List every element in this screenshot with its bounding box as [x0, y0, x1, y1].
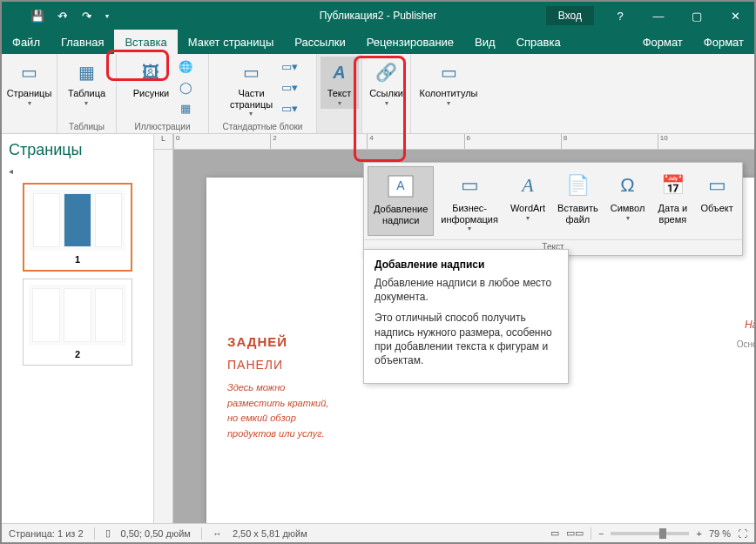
online-pictures-icon[interactable]: 🌐 — [176, 57, 195, 76]
zoom-out-icon[interactable]: − — [598, 528, 604, 539]
pages-button[interactable]: ▭ Страницы ▾ — [3, 57, 56, 109]
headers-label: Колонтитулы — [420, 88, 478, 99]
datetime-button[interactable]: 📅 Дата и время — [651, 166, 693, 236]
view-single-icon[interactable]: ▭ — [550, 527, 559, 539]
text-button[interactable]: A Текст ▾ — [321, 57, 359, 109]
borders-icon[interactable]: ▭▾ — [280, 77, 299, 97]
blocks-group-label: Стандартные блоки — [223, 122, 303, 133]
tab-format2[interactable]: Формат — [693, 30, 754, 54]
text-label: Текст — [327, 88, 352, 99]
object-icon: ▭ — [701, 170, 732, 201]
doc-contact: Телефон: 555-555-5555 Факс: 555-555-5555… — [649, 399, 754, 451]
status-pos-icon: ▯ — [105, 527, 111, 539]
illustrations-group-label: Иллюстрации — [135, 122, 191, 133]
status-size-icon: ↔ — [213, 528, 222, 539]
tab-view[interactable]: Вид — [464, 30, 506, 54]
zoom-slider[interactable] — [611, 532, 689, 535]
fullscreen-icon[interactable]: ⛶ — [738, 528, 747, 539]
page-icon: ▭ — [16, 58, 44, 86]
help-icon[interactable]: ? — [601, 3, 639, 29]
add-textbox-label: Добавление надписи — [374, 204, 428, 225]
doc-address: Основной адрес организации Адрес, строка… — [649, 338, 754, 390]
bizinfo-icon: ▭ — [454, 170, 485, 201]
pages-pane: Страницы ◂ 1 2 — [2, 134, 154, 523]
zoom-value[interactable]: 79 % — [709, 528, 731, 539]
shapes-icon[interactable]: ◯ — [176, 77, 195, 97]
qat-customize-icon[interactable]: ▾ — [96, 4, 118, 27]
tab-insert[interactable]: Вставка — [114, 30, 177, 54]
ads-icon[interactable]: ▭▾ — [280, 98, 299, 118]
tab-layout[interactable]: Макет страницы — [178, 30, 285, 54]
tab-help[interactable]: Справка — [506, 30, 571, 54]
pages-label: Страницы — [7, 88, 52, 99]
datetime-icon: 📅 — [657, 170, 688, 201]
status-pos: 0,50; 0,50 дюйм — [121, 528, 191, 539]
thumb-1-label: 1 — [30, 254, 125, 265]
insert-file-button[interactable]: 📄 Вставить файл — [552, 166, 604, 236]
insertfile-label: Вставить файл — [557, 203, 598, 225]
tab-review[interactable]: Рецензирование — [356, 30, 464, 54]
ruler-corner: L — [154, 134, 173, 150]
tab-file[interactable]: Файл — [2, 30, 51, 54]
doc-org: Название организации — [649, 317, 754, 332]
parts-label: Части страницы — [230, 88, 273, 110]
links-label: Ссылки — [369, 88, 403, 99]
redo-icon[interactable]: ↷▾ — [75, 4, 98, 27]
tab-mailings[interactable]: Рассылки — [284, 30, 355, 54]
tables-group-label: Таблицы — [69, 122, 105, 133]
tooltip: Добавление надписи Добавление надписи в … — [363, 249, 569, 384]
pictures-button[interactable]: 🖼 Рисунки — [130, 57, 173, 101]
symbol-icon: Ω — [612, 170, 644, 201]
doc-body: Здесь можно разместить краткий, но емкий… — [227, 380, 435, 441]
picture-icon: 🖼 — [137, 58, 165, 86]
calendars-icon[interactable]: ▭▾ — [280, 57, 299, 76]
link-icon: 🔗 — [373, 58, 401, 86]
headers-footers-button[interactable]: ▭ Колонтитулы ▾ — [416, 57, 482, 109]
wordart-icon: A — [512, 170, 543, 201]
thumb-2-label: 2 — [29, 349, 126, 359]
business-info-button[interactable]: ▭ Бизнес- информация▾ — [435, 166, 503, 236]
svg-text:A: A — [396, 178, 405, 192]
signin-button[interactable]: Вход — [546, 6, 594, 25]
page-thumbnail-1[interactable]: 1 — [23, 183, 132, 272]
maximize-icon[interactable]: ▢ — [678, 3, 716, 29]
file-icon: 📄 — [562, 170, 593, 201]
minimize-icon[interactable]: — — [639, 3, 678, 29]
object-button[interactable]: ▭ Объект — [695, 166, 738, 236]
symbol-label: Символ — [611, 203, 645, 214]
table-icon: ▦ — [72, 58, 100, 86]
tooltip-p1: Добавление надписи в любое место докумен… — [375, 276, 557, 304]
ruler-horizontal: 0246810 — [173, 134, 754, 150]
pane-collapse-icon[interactable]: ◂ — [9, 166, 146, 176]
parts-icon: ▭ — [237, 58, 265, 86]
header-icon: ▭ — [435, 58, 462, 86]
text-dropdown: A Добавление надписи ▭ Бизнес- информаци… — [363, 162, 743, 256]
save-icon[interactable]: 💾 — [26, 4, 49, 27]
datetime-label: Дата и время — [658, 203, 688, 225]
tooltip-p2: Это отличный способ получить надпись нуж… — [375, 311, 557, 367]
symbol-button[interactable]: Ω Символ▾ — [605, 166, 651, 236]
object-label: Объект — [700, 203, 732, 214]
bizinfo-label: Бизнес- информация — [441, 203, 498, 225]
zoom-in-icon[interactable]: + — [696, 528, 701, 539]
placeholder-icon[interactable]: ▦ — [176, 98, 195, 118]
table-button[interactable]: ▦ Таблица ▾ — [64, 57, 109, 109]
table-label: Таблица — [68, 88, 105, 99]
links-button[interactable]: 🔗 Ссылки ▾ — [366, 57, 407, 109]
status-page: Страница: 1 из 2 — [9, 528, 84, 539]
undo-icon[interactable]: ↶▾ — [51, 4, 73, 27]
text-icon: A — [326, 58, 354, 86]
page-thumbnail-2[interactable]: 2 — [23, 279, 132, 366]
pages-pane-title: Страницы — [9, 141, 146, 159]
page-parts-button[interactable]: ▭ Части страницы ▾ — [226, 57, 276, 119]
tab-format1[interactable]: Формат — [632, 30, 693, 54]
close-icon[interactable]: ✕ — [716, 3, 754, 29]
add-textbox-button[interactable]: A Добавление надписи — [368, 166, 434, 236]
wordart-button[interactable]: A WordArt▾ — [505, 166, 550, 236]
tooltip-title: Добавление надписи — [375, 259, 557, 271]
view-spread-icon[interactable]: ▭▭ — [566, 527, 584, 539]
wordart-label: WordArt — [510, 203, 545, 214]
tab-home[interactable]: Главная — [51, 30, 114, 54]
status-size: 2,50 x 5,81 дюйм — [233, 528, 307, 539]
window-title: Публикация2 - Publisher — [320, 10, 436, 22]
